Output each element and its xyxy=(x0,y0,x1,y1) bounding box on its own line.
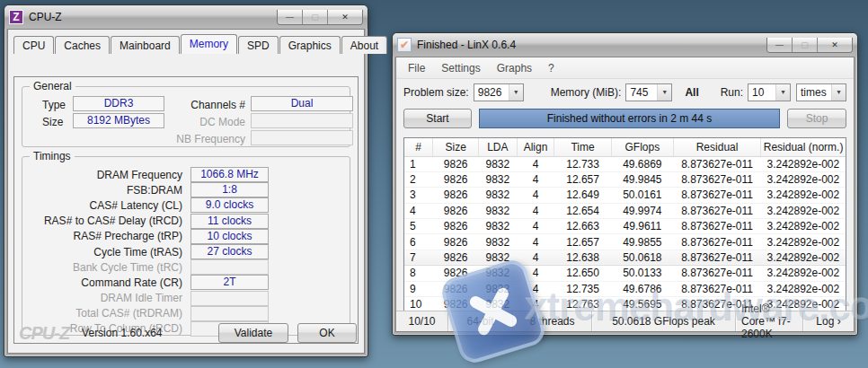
table-row[interactable]: 7 9826 9832 4 12.638 50.0618 8.873627e-0… xyxy=(404,250,846,265)
table-row[interactable]: 3 9826 9832 4 12.649 50.0161 8.873627e-0… xyxy=(404,188,846,203)
table-row[interactable]: 9 9826 9832 4 12.735 49.6786 8.873627e-0… xyxy=(404,281,846,296)
column-header[interactable]: Align xyxy=(517,138,554,156)
table-row[interactable]: 4 9826 9832 4 12.654 49.9974 8.873627e-0… xyxy=(404,203,846,218)
memory-value: 745 xyxy=(626,86,657,99)
channels-field[interactable]: Dual xyxy=(251,96,353,111)
menu-item[interactable]: Graphs xyxy=(489,59,540,77)
status-bitness: 64-bit xyxy=(448,311,513,331)
timing-value-field[interactable] xyxy=(190,291,269,306)
cell-run-number: 7 xyxy=(404,250,433,265)
cpuz-tab[interactable]: Graphics xyxy=(279,36,341,54)
times-select[interactable]: times ▾ xyxy=(796,83,846,101)
cell-lda: 9832 xyxy=(478,234,517,250)
log-button[interactable]: Log › xyxy=(803,311,854,331)
timings-legend: Timings xyxy=(30,150,75,162)
memory-label: Memory (MiB): xyxy=(551,86,622,99)
close-icon[interactable]: ✕ xyxy=(328,10,362,24)
cell-size: 9826 xyxy=(433,281,479,296)
cpuz-tab[interactable]: About xyxy=(341,36,387,54)
linx-titlebar[interactable]: ✔ Finished - LinX 0.6.4 — ▢ ✕ xyxy=(393,33,857,57)
cell-residual-norm: 3.242892e-002 xyxy=(761,171,846,187)
table-row[interactable]: 1 9826 9832 4 12.733 49.6869 8.873627e-0… xyxy=(404,156,846,171)
cpuz-tab-strip: CPUCachesMainboardMemorySPDGraphicsAbout xyxy=(8,30,364,54)
cell-residual-norm: 3.242892e-002 xyxy=(761,203,846,218)
cpuz-client-area: CPUCachesMainboardMemorySPDGraphicsAbout… xyxy=(7,29,365,354)
memory-select[interactable]: 745 ▾ xyxy=(625,83,672,101)
cell-gflops: 49.6869 xyxy=(611,156,673,171)
cpuz-tab[interactable]: Mainboard xyxy=(111,36,180,54)
cell-time: 12.657 xyxy=(554,234,611,250)
cell-residual: 8.873627e-011 xyxy=(673,234,760,250)
cpuz-titlebar[interactable]: Z CPU-Z — ▢ ✕ xyxy=(4,5,368,29)
column-header[interactable]: Size xyxy=(433,138,479,156)
minimize-icon[interactable]: — xyxy=(278,10,303,24)
cell-lda: 9832 xyxy=(478,250,517,265)
timing-value-field[interactable]: 11 clocks xyxy=(190,214,269,229)
times-value: times xyxy=(797,86,831,99)
cell-size: 9826 xyxy=(433,156,479,171)
minimize-icon[interactable]: — xyxy=(767,38,793,52)
cell-align: 4 xyxy=(517,281,554,296)
table-row[interactable]: 8 9826 9832 4 12.650 50.0133 8.873627e-0… xyxy=(404,266,846,281)
column-header[interactable]: # xyxy=(404,138,433,156)
column-header[interactable]: Residual (norm.) xyxy=(761,138,846,156)
maximize-icon[interactable]: ▢ xyxy=(303,10,328,24)
timing-value-field[interactable] xyxy=(190,259,269,275)
menu-item[interactable]: ? xyxy=(540,59,562,77)
cpuz-tab[interactable]: CPU xyxy=(13,36,54,54)
cell-gflops: 50.0161 xyxy=(611,188,673,203)
chevron-down-icon: ▾ xyxy=(509,84,523,101)
cell-run-number: 8 xyxy=(404,266,433,281)
cpuz-tab[interactable]: SPD xyxy=(238,36,279,54)
cell-residual: 8.873627e-011 xyxy=(673,188,760,203)
cell-time: 12.733 xyxy=(554,156,611,171)
cell-residual: 8.873627e-011 xyxy=(673,219,760,234)
column-header[interactable]: Time xyxy=(554,138,611,156)
general-groupbox: General Type DDR3 Size 8192 MBytes Chann… xyxy=(22,86,350,147)
maximize-icon[interactable]: ▢ xyxy=(793,38,818,52)
column-header[interactable]: LDA xyxy=(478,138,517,156)
validate-button[interactable]: Validate xyxy=(218,323,288,343)
cpuz-tab[interactable]: Caches xyxy=(55,36,110,54)
cell-align: 4 xyxy=(517,250,554,265)
table-row[interactable]: 2 9826 9832 4 12.657 49.9845 8.873627e-0… xyxy=(404,171,846,187)
cell-time: 12.650 xyxy=(554,266,611,281)
table-row[interactable]: 6 9826 9832 4 12.657 49.9855 8.873627e-0… xyxy=(404,234,846,250)
cell-gflops: 50.0618 xyxy=(611,250,673,265)
timing-label: CAS# Latency (CL) xyxy=(22,199,190,212)
start-button[interactable]: Start xyxy=(403,109,472,128)
type-field[interactable]: DDR3 xyxy=(73,96,164,111)
timing-value-field[interactable]: 9.0 clocks xyxy=(190,197,269,213)
cell-time: 12.663 xyxy=(554,219,611,234)
cell-size: 9826 xyxy=(433,188,479,203)
timing-value-field[interactable]: 2T xyxy=(190,275,269,290)
cell-align: 4 xyxy=(517,171,554,187)
timing-value-field[interactable]: 27 clocks xyxy=(190,244,269,259)
size-label: Size xyxy=(42,116,63,128)
close-icon[interactable]: ✕ xyxy=(818,38,852,52)
cpuz-memory-panel: General Type DDR3 Size 8192 MBytes Chann… xyxy=(13,76,359,344)
cpuz-tab[interactable]: Memory xyxy=(181,34,237,54)
linx-window-controls: — ▢ ✕ xyxy=(766,38,853,53)
timing-value-field[interactable]: 10 clocks xyxy=(190,229,269,244)
cell-residual-norm: 3.242892e-002 xyxy=(761,234,846,250)
results-header-row: #SizeLDAAlignTimeGFlopsResidualResidual … xyxy=(404,138,846,156)
column-header[interactable]: Residual xyxy=(673,138,760,156)
ok-button[interactable]: OK xyxy=(297,323,357,343)
size-field[interactable]: 8192 MBytes xyxy=(73,113,164,128)
table-row[interactable]: 5 9826 9832 4 12.663 49.9611 8.873627e-0… xyxy=(404,219,846,234)
cell-residual-norm: 3.242892e-002 xyxy=(761,188,846,203)
cell-lda: 9832 xyxy=(478,281,517,296)
menu-item[interactable]: File xyxy=(400,59,433,77)
timing-value-field[interactable]: 1:8 xyxy=(190,182,269,197)
progress-bar: Finished without errors in 2 m 44 s xyxy=(479,109,780,128)
stop-button[interactable]: Stop xyxy=(787,109,846,128)
timing-value-field[interactable]: 1066.8 MHz xyxy=(190,167,269,182)
column-header[interactable]: GFlops xyxy=(611,138,673,156)
problem-size-select[interactable]: 9826 ▾ xyxy=(474,83,524,101)
status-threads: 8 threads xyxy=(513,311,592,331)
cell-size: 9826 xyxy=(433,266,479,281)
cell-lda: 9832 xyxy=(478,266,517,281)
run-select[interactable]: 10 ▾ xyxy=(748,83,791,101)
menu-item[interactable]: Settings xyxy=(433,59,488,77)
